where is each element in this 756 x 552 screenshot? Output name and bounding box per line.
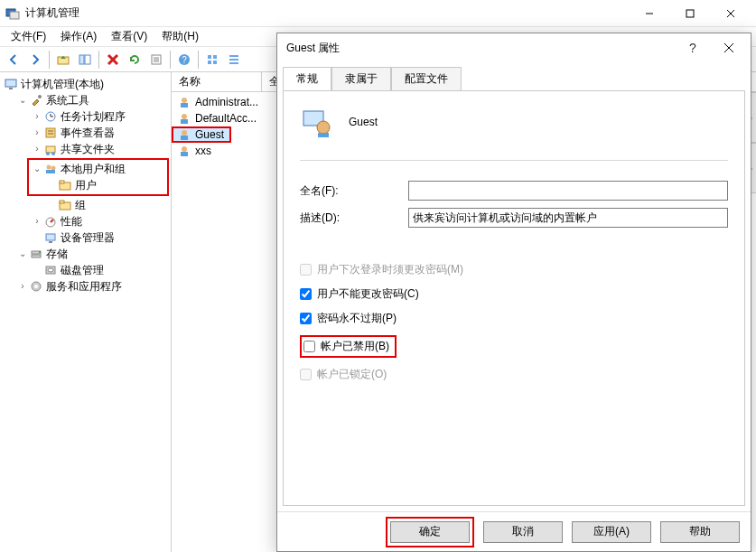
properties-dialog: Guest 属性 ? 常规 隶属于 配置文件 Guest 全名(F): 描述(D… [276,33,751,552]
tree-users-label: 用户 [75,177,97,193]
user-icon [177,95,191,109]
description-input[interactable] [408,208,728,228]
storage-icon [29,247,43,261]
expand-icon[interactable]: › [31,213,43,229]
svg-rect-8 [85,55,90,64]
checkbox-account-disabled[interactable]: 帐户已禁用(B) [303,339,389,354]
tree-users[interactable]: 用户 [31,177,165,193]
tree-system-tools[interactable]: ⌄ 系统工具 [2,92,171,108]
clock-icon [43,109,58,124]
user-large-icon [300,106,332,138]
help-button[interactable]: ? [174,50,194,70]
titlebar: 计算机管理 [0,0,756,27]
collapse-icon[interactable]: ⌄ [16,92,29,108]
checkbox-input[interactable] [303,341,315,352]
checkbox-label: 帐户已锁定(O) [317,367,387,382]
svg-rect-17 [208,55,211,59]
folder-up-button[interactable] [53,50,73,70]
svg-rect-38 [46,170,55,173]
show-hide-tree-button[interactable] [75,50,95,70]
column-name[interactable]: 名称 [172,72,262,91]
menu-view[interactable]: 查看(V) [104,27,154,46]
svg-point-26 [38,95,42,98]
checkbox-label: 帐户已禁用(B) [321,339,389,354]
tools-icon [29,93,43,108]
maximize-button[interactable] [669,0,710,27]
expand-icon[interactable]: › [16,278,29,295]
tree-groups[interactable]: 组 [2,197,171,213]
svg-rect-20 [213,61,217,64]
expand-icon[interactable]: › [31,108,43,125]
svg-rect-61 [181,152,188,156]
collapse-icon[interactable]: ⌄ [31,161,43,177]
context-help-button[interactable]: ? [675,35,711,61]
account-name: Guest [349,116,378,128]
tree-event-viewer[interactable]: › 事件查看器 [2,125,171,141]
tab-member-of[interactable]: 隶属于 [331,67,391,91]
tree-pane: 计算机管理(本地) ⌄ 系统工具 › 任务计划程序 › 事件查看器 › 共享文件… [0,72,172,552]
tree-services-apps[interactable]: › 服务和应用程序 [2,278,171,295]
svg-point-36 [47,165,51,170]
tree-shared-folders[interactable]: › 共享文件夹 [2,141,171,157]
help-button[interactable]: 帮助 [660,521,740,543]
tree-storage[interactable]: ⌄ 存储 [2,246,171,262]
view-list-button[interactable] [202,50,222,70]
menu-help[interactable]: 帮助(H) [154,27,206,46]
svg-point-37 [51,166,56,171]
tab-profile[interactable]: 配置文件 [391,67,462,91]
highlight-account-disabled: 帐户已禁用(B) [300,335,397,358]
share-icon [43,142,58,156]
expand-icon[interactable]: › [31,125,43,141]
svg-rect-30 [46,128,55,137]
svg-point-35 [51,152,55,155]
svg-rect-40 [60,181,64,183]
menu-action[interactable]: 操作(A) [53,27,104,46]
properties-button[interactable] [146,50,166,70]
svg-point-53 [34,285,38,288]
view-details-button[interactable] [224,50,244,70]
menu-file[interactable]: 文件(F) [4,27,53,46]
checkbox-cannot-change-password[interactable]: 用户不能更改密码(C) [300,286,728,302]
tree-task-scheduler[interactable]: › 任务计划程序 [2,108,171,125]
ok-button[interactable]: 确定 [390,521,470,543]
collapse-icon[interactable]: ⌄ [16,246,29,262]
checkbox-input[interactable] [300,313,312,324]
tab-general[interactable]: 常规 [283,67,331,91]
fullname-input[interactable] [408,181,728,201]
refresh-button[interactable] [125,50,145,70]
description-label: 描述(D): [300,211,399,226]
list-item-label: xxs [195,145,211,157]
user-icon [177,111,191,126]
tree-performance[interactable]: › 性能 [2,213,171,229]
tree-root[interactable]: 计算机管理(本地) [2,76,171,92]
checkbox-label: 密码永不过期(P) [317,311,397,326]
tree-groups-label: 组 [75,197,86,213]
list-item-guest[interactable]: Guest [172,126,231,143]
tree-local-users-groups-label: 本地用户和组 [61,161,126,177]
svg-rect-57 [181,119,188,124]
tree-device-manager[interactable]: 设备管理器 [2,229,171,246]
fullname-label: 全名(F): [300,183,399,199]
svg-point-60 [182,146,187,152]
checkbox-input[interactable] [300,288,312,300]
checkbox-never-expire[interactable]: 密码永不过期(P) [300,311,728,326]
users-group-icon [43,162,58,176]
svg-point-58 [182,130,187,136]
close-button[interactable] [710,0,751,27]
forward-button[interactable] [25,50,45,70]
svg-rect-19 [213,55,217,59]
svg-rect-42 [60,201,64,203]
delete-button[interactable] [103,50,123,70]
svg-rect-66 [318,133,329,137]
dialog-close-button[interactable] [711,35,747,61]
tree-local-users-groups[interactable]: ⌄ 本地用户和组 [31,161,165,177]
tree-disk-mgmt[interactable]: 磁盘管理 [2,262,171,278]
disk-icon [43,263,58,277]
back-button[interactable] [4,50,23,70]
list-item-label: Administrat... [195,96,258,108]
minimize-button[interactable] [629,0,669,27]
apply-button[interactable]: 应用(A) [572,521,651,543]
svg-rect-33 [46,146,55,153]
expand-icon[interactable]: › [31,141,43,157]
cancel-button[interactable]: 取消 [483,521,563,543]
